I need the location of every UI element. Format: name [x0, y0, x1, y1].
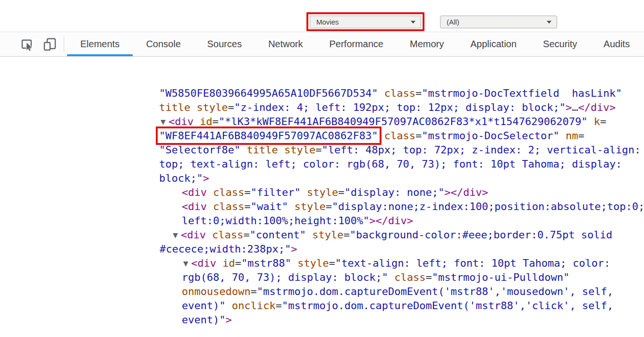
tab-memory[interactable]: Memory — [397, 32, 457, 56]
code-token: id — [194, 116, 212, 127]
expand-arrow-icon: ▼ — [183, 256, 191, 270]
chevron-down-icon — [411, 21, 415, 24]
annotation-box-node-key: "WF8EF441AF6B840949F57097AC0862F83" — [159, 130, 378, 142]
dom-tree-lines: "W5850FE8039664995A65A10DF5667D534" clas… — [0, 86, 644, 327]
code-token: rgb(68, 70, 73); display: block;" — [182, 271, 388, 283]
code-token — [278, 144, 284, 156]
code-token: = — [578, 130, 584, 142]
movies-dropdown-value: Movies — [316, 18, 339, 26]
code-token: "mstrmojo.dom.captureDomEvent('mstr88','… — [282, 300, 613, 312]
code-token: nm — [559, 130, 578, 142]
devtools-tab-strip: ElementsConsoleSourcesNetworkPerformance… — [67, 32, 644, 56]
dom-tree-node[interactable]: ▼<div id="mstr88" style="text-align: lef… — [0, 256, 644, 270]
code-token: > — [566, 101, 572, 113]
inspect-element-button[interactable] — [20, 37, 35, 52]
code-token: style — [306, 229, 343, 241]
tab-elements[interactable]: Elements — [67, 32, 133, 56]
dom-tree-node[interactable]: left:0;width:100%;height:100%"></div> — [0, 214, 644, 228]
code-token: "display: none;" — [344, 186, 444, 198]
code-token: > — [203, 172, 209, 184]
code-token: = — [600, 116, 606, 127]
code-token: onclick — [226, 300, 276, 312]
code-token: style — [196, 101, 228, 113]
tab-console[interactable]: Console — [133, 32, 194, 56]
tab-performance[interactable]: Performance — [316, 32, 397, 56]
toolbar-divider — [64, 36, 64, 52]
dom-tree-node[interactable]: event)" onclick="mstrmojo.dom.captureDom… — [0, 299, 644, 313]
code-token: "content" — [250, 229, 306, 241]
movies-dropdown[interactable]: Movies — [310, 16, 421, 28]
code-token: "mstrmojo-DocTextfield hasLink" — [422, 87, 622, 99]
code-token: event)" — [182, 300, 226, 312]
code-token: = — [326, 201, 332, 212]
expand-arrow-icon: ▼ — [161, 115, 169, 129]
dom-tree-node[interactable]: "Selectorf8e" title style="left: 48px; t… — [0, 143, 644, 157]
code-token: ></div> — [369, 215, 413, 227]
inspect-icon — [20, 37, 35, 52]
code-token: = — [251, 286, 257, 297]
code-token: = — [338, 186, 344, 198]
code-token: = — [343, 229, 349, 241]
code-token: = — [212, 116, 219, 127]
devtools-toolbar: ElementsConsoleSourcesNetworkPerformance… — [0, 32, 644, 57]
code-token: "wait" — [251, 201, 288, 212]
code-token: = — [426, 271, 432, 283]
tab-sources[interactable]: Sources — [194, 32, 255, 56]
dom-tree-node[interactable]: event)"> — [0, 313, 644, 327]
code-token: "Selectorf8e" — [159, 144, 240, 156]
code-token: class — [207, 186, 244, 198]
dom-tree-node[interactable]: block;"> — [0, 171, 644, 185]
code-token: "filter" — [251, 186, 301, 198]
code-token: style — [301, 186, 338, 198]
code-token: <div — [169, 116, 194, 127]
toolbar-icons — [0, 32, 58, 56]
dom-tree-node[interactable]: "W5850FE8039664995A65A10DF5667D534" clas… — [0, 86, 644, 101]
code-token: <div — [182, 201, 207, 212]
code-token: "background-color:#eee;border:0.75pt sol… — [350, 229, 612, 241]
code-token: = — [244, 186, 250, 198]
dom-tree-node[interactable]: top; text-align: left; color: rgb(68, 70… — [0, 157, 644, 171]
dom-tree-node[interactable]: onmousedown="mstrmojo.dom.captureDomEven… — [0, 285, 644, 299]
code-token: title — [240, 144, 278, 156]
code-token: k — [587, 116, 600, 127]
dom-tree-node[interactable]: <div class="filter" style="display: none… — [0, 185, 644, 200]
code-token: > — [291, 243, 297, 255]
code-token: class — [206, 229, 243, 241]
code-token: "z-index: 4; left: 192px; top: 12px; dis… — [234, 101, 566, 113]
dom-tree-node[interactable]: #cecece;width:238px;"> — [0, 242, 644, 256]
code-token: style — [284, 144, 315, 156]
dom-tree-node[interactable]: rgb(68, 70, 73); display: block;" class=… — [0, 270, 644, 285]
code-token: class — [207, 201, 244, 212]
document-filter-bar: Movies (All) — [0, 0, 644, 32]
dom-tree-node[interactable]: <div class="wait" style="display:none;z-… — [0, 200, 644, 214]
code-token: block;" — [159, 172, 203, 184]
chevron-down-icon — [547, 21, 551, 24]
tab-security[interactable]: Security — [530, 32, 590, 56]
code-token: "left: 48px; top: 72px; z-index: 2; vert… — [322, 144, 641, 156]
code-token: class — [388, 271, 425, 283]
code-token: = — [415, 130, 422, 142]
all-dropdown[interactable]: (All) — [440, 16, 557, 28]
tab-application[interactable]: Application — [457, 32, 530, 56]
code-token: #cecece;width:238px;" — [160, 243, 291, 255]
tab-audits[interactable]: Audits — [590, 32, 643, 56]
dom-tree-node[interactable]: ▼<div id="*lK3*kWF8EF441AF6B840949F57097… — [0, 115, 644, 129]
dom-tree-panel: "W5850FE8039664995A65A10DF5667D534" clas… — [0, 57, 644, 337]
code-token: left:0;width:100%;height:100%" — [182, 215, 369, 227]
code-token: = — [329, 257, 335, 269]
code-token: <div — [191, 257, 216, 269]
dom-tree-node[interactable]: title style="z-index: 4; left: 192px; to… — [0, 101, 644, 115]
device-toolbar-button[interactable] — [42, 37, 58, 52]
code-token: "display:none;z-index:100;position:absol… — [332, 201, 644, 212]
code-token: "W5850FE8039664995A65A10DF5667D534" — [159, 87, 378, 99]
code-token — [378, 130, 384, 142]
code-token: id — [216, 257, 235, 269]
dom-tree-node[interactable]: ▼<div class="content" style="background-… — [0, 228, 644, 242]
code-token: "mstr88" — [241, 257, 291, 269]
code-token: = — [315, 144, 322, 156]
tab-network[interactable]: Network — [255, 32, 316, 56]
code-token: </div> — [578, 101, 615, 113]
device-toolbar-icon — [42, 37, 58, 52]
dom-tree-node[interactable]: "WF8EF441AF6B840949F57097AC0862F83" clas… — [0, 129, 644, 143]
code-token: … — [572, 101, 578, 113]
